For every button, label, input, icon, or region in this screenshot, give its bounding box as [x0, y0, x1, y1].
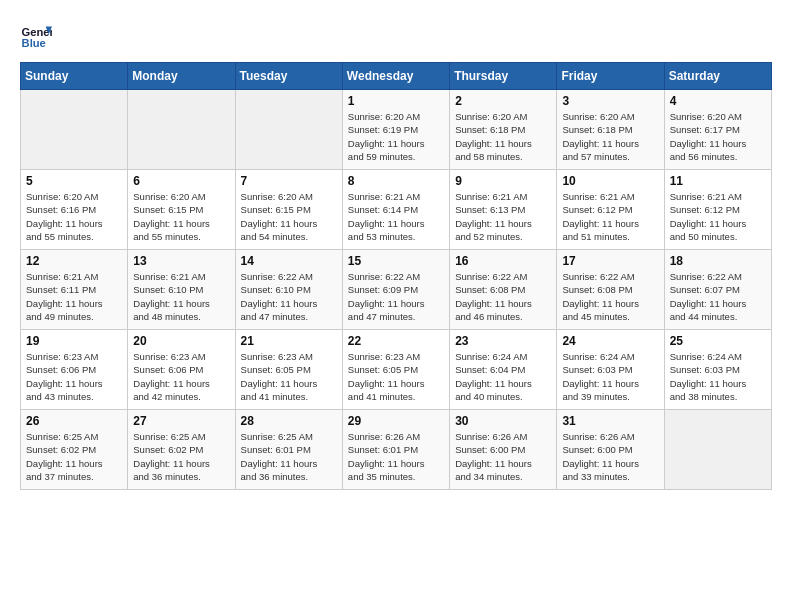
calendar-cell: 8Sunrise: 6:21 AM Sunset: 6:14 PM Daylig…: [342, 170, 449, 250]
day-info: Sunrise: 6:22 AM Sunset: 6:08 PM Dayligh…: [455, 270, 551, 323]
day-info: Sunrise: 6:23 AM Sunset: 6:05 PM Dayligh…: [348, 350, 444, 403]
day-number: 22: [348, 334, 444, 348]
day-info: Sunrise: 6:23 AM Sunset: 6:06 PM Dayligh…: [133, 350, 229, 403]
day-number: 21: [241, 334, 337, 348]
calendar-cell: 14Sunrise: 6:22 AM Sunset: 6:10 PM Dayli…: [235, 250, 342, 330]
day-number: 3: [562, 94, 658, 108]
day-info: Sunrise: 6:21 AM Sunset: 6:12 PM Dayligh…: [670, 190, 766, 243]
day-header-wednesday: Wednesday: [342, 63, 449, 90]
day-info: Sunrise: 6:20 AM Sunset: 6:19 PM Dayligh…: [348, 110, 444, 163]
calendar-cell: 23Sunrise: 6:24 AM Sunset: 6:04 PM Dayli…: [450, 330, 557, 410]
calendar-cell: 28Sunrise: 6:25 AM Sunset: 6:01 PM Dayli…: [235, 410, 342, 490]
calendar-cell: 15Sunrise: 6:22 AM Sunset: 6:09 PM Dayli…: [342, 250, 449, 330]
day-number: 31: [562, 414, 658, 428]
day-info: Sunrise: 6:20 AM Sunset: 6:15 PM Dayligh…: [241, 190, 337, 243]
calendar-cell: 2Sunrise: 6:20 AM Sunset: 6:18 PM Daylig…: [450, 90, 557, 170]
day-info: Sunrise: 6:22 AM Sunset: 6:09 PM Dayligh…: [348, 270, 444, 323]
calendar-cell: 11Sunrise: 6:21 AM Sunset: 6:12 PM Dayli…: [664, 170, 771, 250]
day-info: Sunrise: 6:25 AM Sunset: 6:02 PM Dayligh…: [26, 430, 122, 483]
day-info: Sunrise: 6:24 AM Sunset: 6:03 PM Dayligh…: [562, 350, 658, 403]
day-info: Sunrise: 6:21 AM Sunset: 6:11 PM Dayligh…: [26, 270, 122, 323]
day-info: Sunrise: 6:21 AM Sunset: 6:12 PM Dayligh…: [562, 190, 658, 243]
week-row-2: 5Sunrise: 6:20 AM Sunset: 6:16 PM Daylig…: [21, 170, 772, 250]
day-number: 12: [26, 254, 122, 268]
day-header-thursday: Thursday: [450, 63, 557, 90]
week-row-5: 26Sunrise: 6:25 AM Sunset: 6:02 PM Dayli…: [21, 410, 772, 490]
calendar-cell: 1Sunrise: 6:20 AM Sunset: 6:19 PM Daylig…: [342, 90, 449, 170]
day-number: 8: [348, 174, 444, 188]
day-number: 13: [133, 254, 229, 268]
day-number: 23: [455, 334, 551, 348]
day-header-tuesday: Tuesday: [235, 63, 342, 90]
calendar-cell: [21, 90, 128, 170]
day-number: 30: [455, 414, 551, 428]
calendar-cell: 9Sunrise: 6:21 AM Sunset: 6:13 PM Daylig…: [450, 170, 557, 250]
day-number: 11: [670, 174, 766, 188]
day-number: 27: [133, 414, 229, 428]
day-number: 26: [26, 414, 122, 428]
calendar-cell: 22Sunrise: 6:23 AM Sunset: 6:05 PM Dayli…: [342, 330, 449, 410]
day-number: 15: [348, 254, 444, 268]
week-row-4: 19Sunrise: 6:23 AM Sunset: 6:06 PM Dayli…: [21, 330, 772, 410]
day-number: 6: [133, 174, 229, 188]
day-number: 2: [455, 94, 551, 108]
calendar-cell: 24Sunrise: 6:24 AM Sunset: 6:03 PM Dayli…: [557, 330, 664, 410]
day-info: Sunrise: 6:22 AM Sunset: 6:08 PM Dayligh…: [562, 270, 658, 323]
day-info: Sunrise: 6:20 AM Sunset: 6:15 PM Dayligh…: [133, 190, 229, 243]
calendar-cell: 25Sunrise: 6:24 AM Sunset: 6:03 PM Dayli…: [664, 330, 771, 410]
calendar-cell: 30Sunrise: 6:26 AM Sunset: 6:00 PM Dayli…: [450, 410, 557, 490]
day-number: 17: [562, 254, 658, 268]
week-row-3: 12Sunrise: 6:21 AM Sunset: 6:11 PM Dayli…: [21, 250, 772, 330]
calendar-cell: 26Sunrise: 6:25 AM Sunset: 6:02 PM Dayli…: [21, 410, 128, 490]
calendar-cell: 6Sunrise: 6:20 AM Sunset: 6:15 PM Daylig…: [128, 170, 235, 250]
day-info: Sunrise: 6:20 AM Sunset: 6:18 PM Dayligh…: [455, 110, 551, 163]
day-info: Sunrise: 6:23 AM Sunset: 6:05 PM Dayligh…: [241, 350, 337, 403]
day-number: 19: [26, 334, 122, 348]
calendar-cell: 5Sunrise: 6:20 AM Sunset: 6:16 PM Daylig…: [21, 170, 128, 250]
day-info: Sunrise: 6:22 AM Sunset: 6:07 PM Dayligh…: [670, 270, 766, 323]
day-info: Sunrise: 6:22 AM Sunset: 6:10 PM Dayligh…: [241, 270, 337, 323]
day-header-sunday: Sunday: [21, 63, 128, 90]
calendar-cell: 27Sunrise: 6:25 AM Sunset: 6:02 PM Dayli…: [128, 410, 235, 490]
logo: General Blue: [20, 20, 56, 52]
day-info: Sunrise: 6:21 AM Sunset: 6:10 PM Dayligh…: [133, 270, 229, 323]
calendar-cell: 16Sunrise: 6:22 AM Sunset: 6:08 PM Dayli…: [450, 250, 557, 330]
day-info: Sunrise: 6:20 AM Sunset: 6:18 PM Dayligh…: [562, 110, 658, 163]
calendar-cell: 4Sunrise: 6:20 AM Sunset: 6:17 PM Daylig…: [664, 90, 771, 170]
day-number: 18: [670, 254, 766, 268]
calendar-cell: 12Sunrise: 6:21 AM Sunset: 6:11 PM Dayli…: [21, 250, 128, 330]
day-header-saturday: Saturday: [664, 63, 771, 90]
calendar-header-row: SundayMondayTuesdayWednesdayThursdayFrid…: [21, 63, 772, 90]
calendar-cell: 18Sunrise: 6:22 AM Sunset: 6:07 PM Dayli…: [664, 250, 771, 330]
day-info: Sunrise: 6:26 AM Sunset: 6:01 PM Dayligh…: [348, 430, 444, 483]
calendar-table: SundayMondayTuesdayWednesdayThursdayFrid…: [20, 62, 772, 490]
day-info: Sunrise: 6:24 AM Sunset: 6:03 PM Dayligh…: [670, 350, 766, 403]
day-number: 20: [133, 334, 229, 348]
day-header-friday: Friday: [557, 63, 664, 90]
calendar-cell: 19Sunrise: 6:23 AM Sunset: 6:06 PM Dayli…: [21, 330, 128, 410]
day-info: Sunrise: 6:21 AM Sunset: 6:13 PM Dayligh…: [455, 190, 551, 243]
day-info: Sunrise: 6:24 AM Sunset: 6:04 PM Dayligh…: [455, 350, 551, 403]
calendar-cell: 29Sunrise: 6:26 AM Sunset: 6:01 PM Dayli…: [342, 410, 449, 490]
calendar-cell: 21Sunrise: 6:23 AM Sunset: 6:05 PM Dayli…: [235, 330, 342, 410]
calendar-cell: [664, 410, 771, 490]
page-header: General Blue: [20, 20, 772, 52]
logo-icon: General Blue: [20, 20, 52, 52]
calendar-cell: 13Sunrise: 6:21 AM Sunset: 6:10 PM Dayli…: [128, 250, 235, 330]
day-number: 28: [241, 414, 337, 428]
calendar-cell: 31Sunrise: 6:26 AM Sunset: 6:00 PM Dayli…: [557, 410, 664, 490]
day-info: Sunrise: 6:20 AM Sunset: 6:17 PM Dayligh…: [670, 110, 766, 163]
calendar-cell: [235, 90, 342, 170]
day-number: 5: [26, 174, 122, 188]
day-number: 24: [562, 334, 658, 348]
day-number: 7: [241, 174, 337, 188]
calendar-cell: 17Sunrise: 6:22 AM Sunset: 6:08 PM Dayli…: [557, 250, 664, 330]
day-number: 14: [241, 254, 337, 268]
calendar-cell: 10Sunrise: 6:21 AM Sunset: 6:12 PM Dayli…: [557, 170, 664, 250]
day-info: Sunrise: 6:21 AM Sunset: 6:14 PM Dayligh…: [348, 190, 444, 243]
day-number: 4: [670, 94, 766, 108]
calendar-body: 1Sunrise: 6:20 AM Sunset: 6:19 PM Daylig…: [21, 90, 772, 490]
day-number: 29: [348, 414, 444, 428]
calendar-cell: 3Sunrise: 6:20 AM Sunset: 6:18 PM Daylig…: [557, 90, 664, 170]
calendar-cell: 7Sunrise: 6:20 AM Sunset: 6:15 PM Daylig…: [235, 170, 342, 250]
